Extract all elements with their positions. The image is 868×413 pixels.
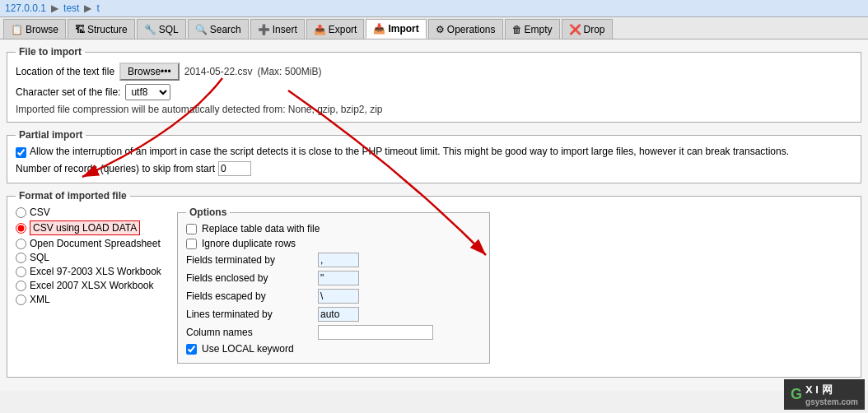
fields-terminated-label: Fields terminated by [186, 254, 318, 266]
format-csv: CSV [16, 206, 164, 218]
partial-import-section: Partial import Allow the interruption of… [7, 129, 861, 183]
max-size-display: (Max: 500MiB) [257, 66, 321, 77]
breadcrumb-bar: 127.0.0.1 ▶ test ▶ t [0, 0, 868, 17]
watermark: G X I 网 gsystem.com [784, 379, 865, 410]
browse-button[interactable]: Browse••• [119, 63, 180, 81]
format-csv-load-radio[interactable] [16, 223, 26, 234]
empty-icon: 🗑 [512, 24, 522, 35]
watermark-g: G [791, 386, 802, 403]
tab-insert[interactable]: ➕ Insert [250, 19, 305, 39]
fields-escaped-input[interactable] [318, 289, 359, 304]
tab-empty[interactable]: 🗑 Empty [505, 19, 560, 39]
skip-input[interactable] [218, 161, 251, 176]
charset-row: Character set of the file: utf8 latin1 [16, 84, 852, 100]
format-list: CSV CSV using LOAD DATA Open Document Sp… [16, 206, 164, 370]
format-xml-radio[interactable] [16, 295, 26, 305]
compression-note: Imported file compression will be automa… [16, 104, 852, 115]
format-csv-radio[interactable] [16, 207, 26, 218]
replace-checkbox[interactable] [186, 224, 197, 234]
tab-sql[interactable]: 🔧 SQL [137, 19, 186, 39]
format-xls-radio[interactable] [16, 267, 26, 277]
watermark-xi: X I 网 [805, 383, 858, 397]
skip-label: Number of records (queries) to skip from… [16, 163, 215, 174]
fields-enclosed-input[interactable] [318, 271, 359, 285]
tab-search[interactable]: 🔍 Search [188, 19, 249, 39]
ignore-row: Ignore duplicate rows [186, 238, 481, 249]
export-icon: 📤 [314, 24, 326, 35]
options-legend: Options [186, 206, 230, 218]
tab-drop[interactable]: ❌ Drop [562, 19, 613, 39]
structure-icon: 🏗 [75, 24, 85, 35]
file-import-section: File to import Location of the text file… [7, 46, 861, 123]
lines-terminated-label: Lines terminated by [186, 309, 318, 320]
watermark-sub: gsystem.com [805, 397, 858, 406]
replace-label: Replace table data with file [202, 223, 320, 234]
format-sql: SQL [16, 252, 164, 263]
lines-terminated-input[interactable] [318, 307, 359, 322]
insert-icon: ➕ [258, 24, 270, 35]
column-names-row: Column names [186, 325, 481, 340]
fields-escaped-label: Fields escaped by [186, 290, 318, 302]
interrupt-row: Allow the interruption of an import in c… [16, 146, 852, 158]
format-csv-load: CSV using LOAD DATA [16, 220, 164, 235]
format-xlsx-radio[interactable] [16, 281, 26, 291]
page-wrapper: 127.0.0.1 ▶ test ▶ t 📋 Browse 🏗 Structur… [0, 0, 868, 413]
nav-tabs: 📋 Browse 🏗 Structure 🔧 SQL 🔍 Search ➕ In… [0, 17, 868, 39]
browse-icon: 📋 [11, 24, 23, 35]
format-xls: Excel 97-2003 XLS Workbook [16, 266, 164, 277]
operations-icon: ⚙ [436, 24, 445, 35]
search-icon: 🔍 [195, 24, 208, 35]
options-section: Options Replace table data with file Ign… [177, 206, 490, 364]
sql-icon: 🔧 [144, 24, 156, 35]
column-names-label: Column names [186, 327, 318, 338]
tab-export[interactable]: 📤 Export [306, 19, 365, 39]
main-content: File to import Location of the text file… [0, 39, 868, 391]
fields-terminated-input[interactable] [318, 253, 359, 267]
fields-enclosed-row: Fields enclosed by [186, 271, 481, 285]
filename-display: 2014-05-22.csv [184, 66, 253, 77]
format-ods-radio[interactable] [16, 239, 26, 249]
breadcrumb-db[interactable]: test [63, 2, 79, 14]
tab-operations[interactable]: ⚙ Operations [428, 19, 503, 39]
format-ods: Open Document Spreadsheet [16, 238, 164, 249]
interrupt-checkbox[interactable] [16, 147, 26, 158]
file-location-row: Location of the text file Browse••• 2014… [16, 63, 852, 81]
drop-icon: ❌ [569, 24, 581, 35]
format-xlsx: Excel 2007 XLSX Workbook [16, 280, 164, 291]
format-sql-radio[interactable] [16, 253, 26, 263]
ignore-label: Ignore duplicate rows [202, 238, 296, 249]
fields-enclosed-label: Fields enclosed by [186, 272, 318, 284]
skip-row: Number of records (queries) to skip from… [16, 161, 852, 176]
replace-row: Replace table data with file [186, 223, 481, 234]
breadcrumb-ip[interactable]: 127.0.0.1 [5, 2, 46, 14]
tab-import[interactable]: 📥 Import [366, 19, 426, 39]
import-icon: 📥 [373, 23, 385, 35]
use-local-row: Use LOCAL keyword [186, 343, 481, 355]
use-local-checkbox[interactable] [186, 344, 197, 355]
location-label: Location of the text file [16, 66, 114, 77]
ignore-checkbox[interactable] [186, 239, 197, 249]
file-import-legend: File to import [16, 46, 85, 58]
charset-select[interactable]: utf8 latin1 [125, 84, 170, 100]
format-legend: Format of imported file [16, 190, 130, 202]
format-section: Format of imported file CSV CSV using LO… [7, 190, 861, 378]
tab-structure[interactable]: 🏗 Structure [68, 19, 135, 39]
tab-browse[interactable]: 📋 Browse [3, 19, 66, 39]
fields-escaped-row: Fields escaped by [186, 289, 481, 304]
partial-import-legend: Partial import [16, 129, 86, 141]
interrupt-label: Allow the interruption of an import in c… [30, 146, 789, 157]
use-local-label: Use LOCAL keyword [202, 343, 294, 355]
column-names-input[interactable] [318, 325, 433, 340]
format-options-wrapper: CSV CSV using LOAD DATA Open Document Sp… [16, 206, 852, 370]
charset-label: Character set of the file: [16, 86, 120, 98]
fields-terminated-row: Fields terminated by [186, 253, 481, 267]
lines-terminated-row: Lines terminated by [186, 307, 481, 322]
breadcrumb-table[interactable]: t [96, 2, 99, 14]
format-xml: XML [16, 294, 164, 305]
